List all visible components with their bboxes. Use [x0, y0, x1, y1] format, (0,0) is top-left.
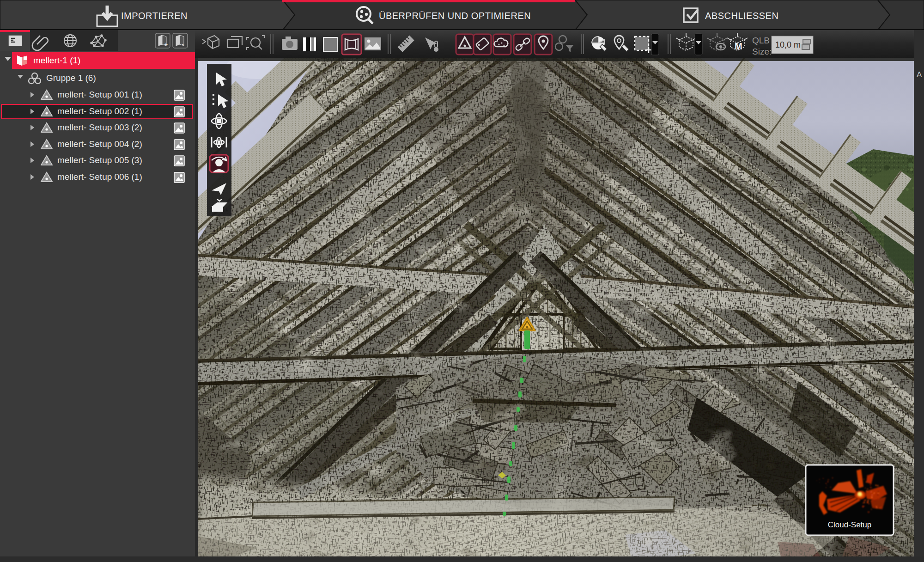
- svg-text:IMPORTIEREN: IMPORTIEREN: [121, 11, 188, 21]
- svg-text:ÜBERPRÜFEN UND OPTIMIEREN: ÜBERPRÜFEN UND OPTIMIEREN: [379, 11, 531, 21]
- svg-text:Cloud-Setup: Cloud-Setup: [828, 520, 872, 529]
- svg-text:10,0 m: 10,0 m: [775, 40, 801, 49]
- svg-text:ABSCHLIESSEN: ABSCHLIESSEN: [705, 11, 778, 21]
- svg-text:Size:: Size:: [752, 47, 772, 56]
- svg-text:QLB: QLB: [752, 36, 770, 45]
- svg-text:M: M: [735, 41, 742, 51]
- svg-text:+: +: [164, 41, 168, 48]
- svg-text:-: -: [182, 41, 184, 48]
